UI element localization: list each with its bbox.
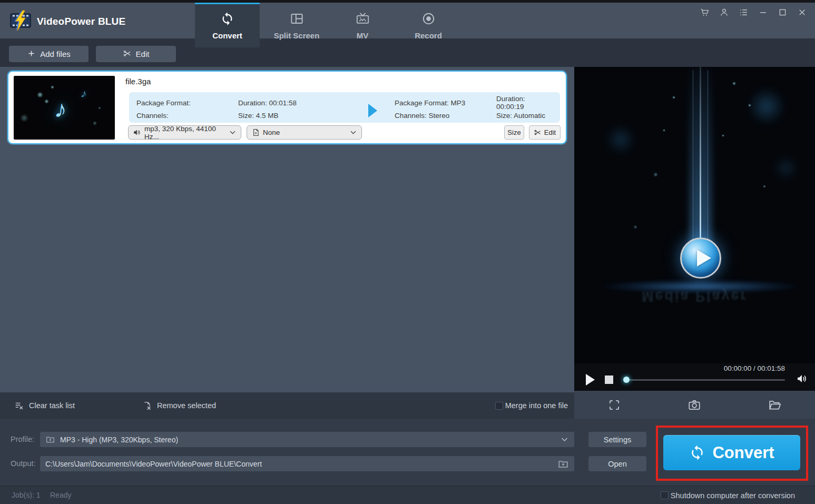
app-logo-icon xyxy=(9,10,32,33)
tab-label: Split Screen xyxy=(274,31,320,40)
music-note-small-icon: ♪ xyxy=(80,87,88,101)
speaker-icon xyxy=(133,128,142,137)
play-button[interactable] xyxy=(586,374,595,386)
source-size: Size: 4.5 MB xyxy=(238,112,342,120)
target-size: Size: Automatic xyxy=(496,112,555,120)
chevron-down-icon xyxy=(229,129,237,136)
tab-convert[interactable]: Convert xyxy=(195,3,260,47)
open-folder-icon[interactable] xyxy=(768,398,782,412)
file-name: file.3ga xyxy=(125,77,151,86)
settings-button[interactable]: Settings xyxy=(588,432,646,447)
output-path-field[interactable] xyxy=(40,456,574,471)
chevron-down-icon xyxy=(349,129,357,136)
tab-label: Record xyxy=(415,31,442,40)
open-button[interactable]: Open xyxy=(588,456,646,471)
remove-selected-label: Remove selected xyxy=(157,401,216,410)
watermark-reflection: Media Player xyxy=(574,288,815,304)
tv-icon xyxy=(356,12,370,27)
file-row[interactable]: ♪ ♪ file.3ga Package Format: Duration: 0… xyxy=(7,71,567,144)
add-files-button[interactable]: Add files xyxy=(9,46,89,62)
browse-folder-icon[interactable] xyxy=(557,458,569,470)
record-icon xyxy=(421,12,436,27)
profile-dropdown[interactable]: MP3 - High (MP3, 320Kbps, Stereo) xyxy=(40,432,574,447)
video-preview: Media Player xyxy=(574,67,815,363)
scissors-icon xyxy=(534,129,542,136)
preview-play-button[interactable] xyxy=(680,238,721,279)
sync-icon xyxy=(220,12,234,27)
task-actions-bar: Clear task list Remove selected Merge in… xyxy=(0,392,574,419)
tab-record[interactable]: Record xyxy=(391,3,465,47)
maximize-icon[interactable] xyxy=(777,7,788,17)
output-label: Output: xyxy=(11,459,36,468)
jobs-count: Job(s): 1 xyxy=(12,491,40,499)
profile-folder-icon xyxy=(45,434,55,444)
tab-label: Convert xyxy=(212,31,242,40)
task-list-panel: ♪ ♪ file.3ga Package Format: Duration: 0… xyxy=(0,67,574,392)
app-brand: VideoPower BLUE xyxy=(9,10,125,33)
split-screen-icon xyxy=(290,12,304,27)
target-duration: Duration: 00:00:19 xyxy=(496,95,555,111)
remove-file-icon xyxy=(142,401,152,411)
row-edit-label: Edit xyxy=(544,129,556,136)
size-button[interactable]: Size xyxy=(504,125,524,140)
convert-label: Convert xyxy=(712,443,774,462)
output-path-input[interactable] xyxy=(45,460,553,468)
size-button-label: Size xyxy=(507,129,521,136)
status-text: Ready xyxy=(50,491,71,499)
add-files-label: Add files xyxy=(40,50,71,58)
clear-task-list-button[interactable]: Clear task list xyxy=(14,392,75,419)
convert-button[interactable]: Convert xyxy=(663,435,800,470)
conversion-info-box: Package Format: Duration: 00:01:58 Packa… xyxy=(129,92,560,123)
source-package-format: Package Format: xyxy=(136,99,238,107)
fullscreen-icon[interactable] xyxy=(607,398,621,412)
volume-icon[interactable] xyxy=(796,372,808,385)
chevron-down-icon xyxy=(560,435,569,444)
menu-list-icon[interactable] xyxy=(738,7,749,17)
shutdown-checkbox-group[interactable]: Shutdown computer after conversion xyxy=(661,486,795,504)
edit-button[interactable]: Edit xyxy=(96,46,176,62)
row-edit-button[interactable]: Edit xyxy=(529,125,561,140)
player-controls: 00:00:00 / 00:01:58 xyxy=(574,363,815,391)
clear-task-list-label: Clear task list xyxy=(29,401,75,410)
file-thumbnail: ♪ ♪ xyxy=(14,76,115,140)
merge-checkbox-group[interactable]: Merge into one file xyxy=(495,392,568,419)
edit-label: Edit xyxy=(136,50,150,58)
merge-checkbox[interactable] xyxy=(495,402,503,410)
merge-label: Merge into one file xyxy=(505,401,568,410)
app-window: VideoPower BLUE xyxy=(0,0,815,504)
source-duration: Duration: 00:01:58 xyxy=(238,99,342,107)
sync-icon xyxy=(689,444,705,461)
close-icon[interactable] xyxy=(797,7,807,17)
profile-label: Profile: xyxy=(11,435,34,443)
snapshot-camera-icon[interactable] xyxy=(688,398,701,412)
shutdown-label: Shutdown computer after conversion xyxy=(671,491,795,500)
output-panel: Profile: MP3 - High (MP3, 320Kbps, Stere… xyxy=(0,419,815,486)
preview-action-bar xyxy=(574,391,815,419)
effect-dropdown[interactable]: None xyxy=(247,125,362,140)
tab-mv[interactable]: MV xyxy=(333,3,391,47)
status-bar: Job(s): 1 Ready Shutdown computer after … xyxy=(0,486,815,504)
app-title: VideoPower BLUE xyxy=(37,16,125,27)
stop-button[interactable] xyxy=(605,375,613,384)
settings-label: Settings xyxy=(604,436,631,444)
account-user-icon[interactable] xyxy=(719,7,729,17)
tab-label: MV xyxy=(357,31,369,40)
profile-value: MP3 - High (MP3, 320Kbps, Stereo) xyxy=(60,436,178,444)
target-channels: Channels: Stereo xyxy=(395,112,496,120)
seek-knob[interactable] xyxy=(623,377,630,383)
source-channels: Channels: xyxy=(136,112,238,120)
target-package-format: Package Format: MP3 xyxy=(395,99,496,107)
playback-time: 00:00:00 / 00:01:58 xyxy=(724,364,785,372)
tab-split-screen[interactable]: Split Screen xyxy=(260,3,333,47)
seek-bar[interactable] xyxy=(625,379,785,381)
minimize-icon[interactable] xyxy=(758,7,768,17)
audio-format-value: mp3, 320 Kbps, 44100 Hz... xyxy=(144,125,226,141)
shutdown-checkbox[interactable] xyxy=(661,491,669,499)
main-tabs: Convert Split Screen MV Record xyxy=(195,3,465,47)
window-controls xyxy=(699,7,807,17)
open-label: Open xyxy=(608,460,626,468)
remove-selected-button[interactable]: Remove selected xyxy=(142,392,216,419)
audio-format-dropdown[interactable]: mp3, 320 Kbps, 44100 Hz... xyxy=(128,125,241,140)
music-note-icon: ♪ xyxy=(53,94,68,124)
store-cart-icon[interactable] xyxy=(699,7,710,17)
